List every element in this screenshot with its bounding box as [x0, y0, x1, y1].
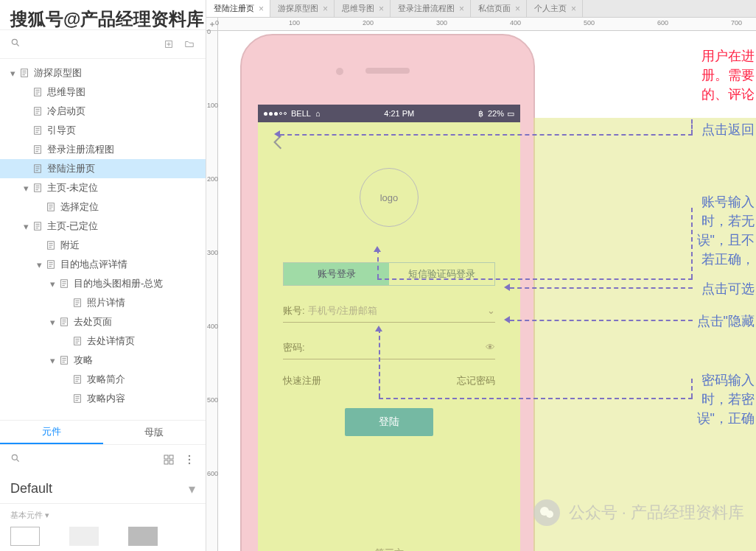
component-search-bar	[0, 445, 206, 474]
file-tab[interactable]: 游探原型图×	[270, 0, 335, 17]
file-tab[interactable]: 思维导图×	[335, 0, 391, 17]
file-tab[interactable]: 私信页面×	[471, 0, 527, 17]
svg-rect-80	[169, 455, 173, 459]
tree-toggle-icon[interactable]: ▾	[24, 184, 31, 192]
tree-toggle-icon[interactable]: ▾	[10, 69, 18, 77]
shape-rect-dark[interactable]	[128, 527, 158, 546]
file-tab-label: 登陆注册页	[214, 3, 254, 14]
shape-rect-light[interactable]	[69, 527, 99, 546]
file-tab[interactable]: 登陆注册页×	[206, 0, 270, 17]
svg-rect-81	[164, 460, 168, 464]
note-acc2: 时，若无	[701, 212, 755, 230]
svg-point-77	[12, 455, 17, 460]
tree-toggle-icon[interactable]: ▾	[50, 280, 57, 287]
close-icon[interactable]: ×	[571, 4, 576, 14]
file-tab-label: 私信页面	[478, 3, 511, 14]
close-icon[interactable]: ×	[379, 4, 384, 14]
tree-node[interactable]: 去处详情页	[0, 331, 206, 351]
tree-label: 主页-已定位	[47, 220, 98, 233]
shape-rect-outline[interactable]	[10, 527, 40, 546]
tree-node[interactable]: 登录注册流程图	[0, 140, 206, 159]
account-links: 快速注册 忘记密码	[283, 374, 495, 387]
tree-node[interactable]: 冷启动页	[0, 102, 206, 121]
note-eye: 点击"隐藏	[697, 312, 755, 330]
tree-node[interactable]: ▾目的地点评详情	[0, 255, 206, 274]
file-tab-label: 思维导图	[342, 3, 374, 14]
note-acc4: 若正确，	[701, 250, 755, 268]
add-folder-icon[interactable]	[183, 38, 195, 50]
account-field[interactable]: 账号: 手机号/注册邮箱 ⌄	[283, 299, 495, 323]
tree-node[interactable]: ▾去处页面	[0, 312, 206, 331]
ruler-horizontal[interactable]: 01002003004005006007008009001000	[218, 18, 756, 31]
tree-node[interactable]: 攻略简介	[0, 370, 206, 389]
tree-node[interactable]: 照片详情	[0, 293, 206, 312]
back-button[interactable]	[268, 133, 287, 152]
close-icon[interactable]: ×	[323, 4, 328, 14]
section-basic-elements[interactable]: 基本元件 ▾	[0, 504, 206, 524]
tree-toggle-icon[interactable]: ▾	[37, 261, 44, 268]
library-name: Default	[10, 481, 52, 496]
search-icon[interactable]	[10, 38, 21, 51]
close-icon[interactable]: ×	[459, 4, 464, 14]
tree-node[interactable]: 附近	[0, 236, 206, 255]
tree-node[interactable]: 引导页	[0, 121, 206, 140]
tree-node[interactable]: ▾游探原型图	[0, 63, 206, 83]
status-time: 4:21 PM	[321, 109, 478, 118]
phone-camera	[336, 68, 343, 75]
tree-label: 附近	[60, 239, 80, 252]
tab-sms-login[interactable]: 短信验证码登录	[389, 263, 494, 285]
eye-icon[interactable]: 👁	[486, 342, 495, 353]
canvas[interactable]: BELL ⌂ 4:21 PM ฿ 22% ▭ logo 账号登录 短信验证码登录…	[218, 31, 756, 551]
tree-node[interactable]: 思维导图	[0, 83, 206, 102]
file-tab[interactable]: 个人主页×	[527, 0, 583, 17]
password-field[interactable]: 密码: 👁	[283, 336, 495, 359]
forgot-password-link[interactable]: 忘记密码	[457, 374, 495, 387]
tree-toggle-icon[interactable]: ▾	[50, 357, 57, 364]
close-icon[interactable]: ×	[259, 4, 264, 14]
chevron-down-icon[interactable]: ⌄	[487, 305, 495, 316]
svg-rect-79	[164, 455, 168, 459]
battery-percent: 22%	[488, 109, 504, 118]
editor-area: 登陆注册页×游探原型图×思维导图×登录注册流程图×私信页面×个人主页× 0100…	[206, 0, 756, 551]
file-tabs: 登陆注册页×游探原型图×思维导图×登录注册流程图×私信页面×个人主页×	[206, 0, 756, 18]
battery-icon: ▭	[507, 109, 514, 119]
logo-placeholder[interactable]: logo	[360, 168, 419, 227]
tree-node[interactable]: ▾目的地头图相册-总览	[0, 274, 206, 293]
tree-toggle-icon[interactable]: ▾	[24, 222, 31, 230]
tree-toggle-icon[interactable]: ▾	[50, 318, 57, 326]
tree-node[interactable]: ▾主页-未定位	[0, 178, 206, 197]
library-selector[interactable]: Default ▾	[0, 474, 206, 504]
svg-point-85	[189, 463, 190, 464]
tab-components[interactable]: 元件	[0, 421, 103, 444]
add-page-icon[interactable]	[163, 38, 175, 50]
tree-label: 登录注册流程图	[47, 143, 114, 156]
tree-label: 攻略简介	[87, 373, 125, 386]
file-tab-label: 个人主页	[534, 3, 567, 14]
phone-frame[interactable]: BELL ⌂ 4:21 PM ฿ 22% ▭ logo 账号登录 短信验证码登录…	[240, 34, 535, 551]
more-icon[interactable]	[183, 454, 195, 466]
note-pwd3: 误"，正确	[697, 410, 755, 427]
tree-label: 去处详情页	[87, 334, 135, 348]
ruler-vertical[interactable]: 0100200300400500600	[206, 31, 218, 551]
tree-node[interactable]: 登陆注册页	[0, 159, 206, 178]
svg-rect-82	[169, 460, 173, 464]
tab-master[interactable]: 母版	[103, 421, 206, 444]
login-mode-tabs: 账号登录 短信验证码登录	[283, 262, 495, 286]
login-button[interactable]: 登陆	[345, 408, 433, 436]
tree-node[interactable]: 攻略内容	[0, 389, 206, 408]
annotation-overlay	[533, 118, 756, 551]
quick-register-link[interactable]: 快速注册	[283, 374, 321, 387]
view-grid-icon[interactable]	[163, 454, 175, 466]
tree-node[interactable]: ▾主页-已定位	[0, 217, 206, 236]
search-icon[interactable]	[10, 453, 21, 466]
tree-label: 主页-未定位	[47, 181, 98, 194]
close-icon[interactable]: ×	[515, 4, 520, 14]
tree-node[interactable]: 选择定位	[0, 197, 206, 217]
signal-dots-icon	[264, 112, 287, 116]
tree-node[interactable]: ▾攻略	[0, 351, 206, 370]
file-tab[interactable]: 登录注册流程图×	[391, 0, 471, 17]
note-back: 点击返回	[701, 121, 755, 138]
tab-account-login[interactable]: 账号登录	[284, 263, 389, 285]
tree-label: 冷启动页	[47, 105, 85, 118]
note-red-2: 册。需要	[701, 66, 755, 84]
